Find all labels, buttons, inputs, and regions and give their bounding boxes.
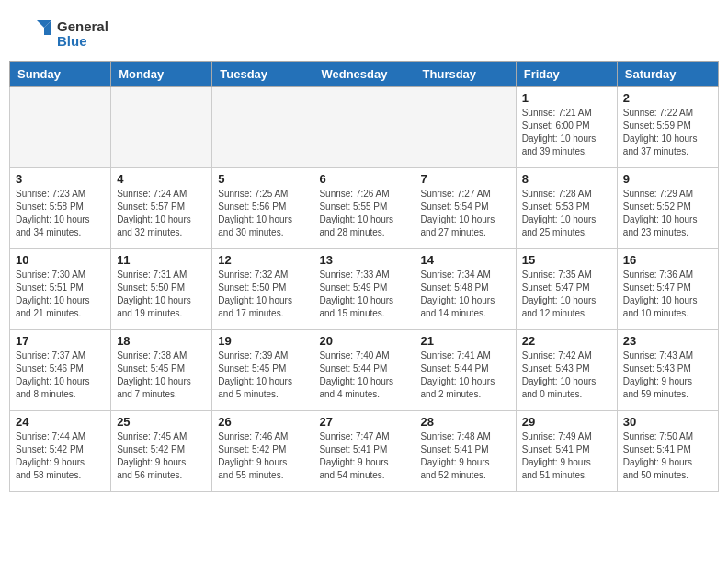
sunset-text: Sunset: 5:56 PM <box>218 201 307 213</box>
day-info: Sunrise: 7:42 AMSunset: 5:43 PMDaylight:… <box>522 350 611 401</box>
day-info: Sunrise: 7:44 AMSunset: 5:42 PMDaylight:… <box>16 431 105 482</box>
daylight-hours-text: Daylight: 10 hours <box>218 375 307 388</box>
daylight-hours-text: Daylight: 10 hours <box>218 294 307 307</box>
sunset-text: Sunset: 5:41 PM <box>319 443 408 456</box>
table-row: 27Sunrise: 7:47 AMSunset: 5:41 PMDayligh… <box>313 411 415 492</box>
daylight-minutes-text: and 23 minutes. <box>623 226 712 239</box>
sunrise-text: Sunrise: 7:21 AM <box>522 107 611 120</box>
daylight-minutes-text: and 4 minutes. <box>319 388 408 401</box>
daylight-hours-text: Daylight: 9 hours <box>319 456 408 469</box>
sunset-text: Sunset: 6:00 PM <box>522 120 611 132</box>
day-number: 16 <box>623 253 712 267</box>
daylight-hours-text: Daylight: 10 hours <box>421 294 510 307</box>
sunset-text: Sunset: 5:44 PM <box>421 362 510 375</box>
sunset-text: Sunset: 5:42 PM <box>117 443 206 456</box>
sunset-text: Sunset: 5:52 PM <box>623 201 712 213</box>
day-info: Sunrise: 7:37 AMSunset: 5:46 PMDaylight:… <box>16 350 105 401</box>
logo-blue-text: Blue <box>57 34 108 50</box>
daylight-minutes-text: and 8 minutes. <box>16 388 105 401</box>
header-friday: Friday <box>516 62 617 87</box>
day-number: 5 <box>218 172 307 186</box>
header-tuesday: Tuesday <box>212 62 313 87</box>
day-number: 19 <box>218 334 307 348</box>
logo: GeneralBlue <box>18 17 108 52</box>
day-info: Sunrise: 7:49 AMSunset: 5:41 PMDaylight:… <box>522 431 611 482</box>
sunset-text: Sunset: 5:49 PM <box>319 282 408 294</box>
sunrise-text: Sunrise: 7:24 AM <box>117 188 206 201</box>
sunset-text: Sunset: 5:46 PM <box>16 362 105 375</box>
daylight-hours-text: Daylight: 10 hours <box>522 213 611 226</box>
daylight-hours-text: Daylight: 9 hours <box>117 456 206 469</box>
day-info: Sunrise: 7:26 AMSunset: 5:55 PMDaylight:… <box>319 188 408 239</box>
sunrise-text: Sunrise: 7:25 AM <box>218 188 307 201</box>
daylight-minutes-text: and 14 minutes. <box>421 307 510 320</box>
day-number: 20 <box>319 334 408 348</box>
sunrise-text: Sunrise: 7:49 AM <box>522 431 611 443</box>
table-row: 13Sunrise: 7:33 AMSunset: 5:49 PMDayligh… <box>313 249 415 330</box>
day-number: 29 <box>522 415 611 429</box>
daylight-hours-text: Daylight: 10 hours <box>522 132 611 145</box>
sunset-text: Sunset: 5:42 PM <box>16 443 105 456</box>
daylight-hours-text: Daylight: 9 hours <box>16 456 105 469</box>
daylight-minutes-text: and 34 minutes. <box>16 226 105 239</box>
sunrise-text: Sunrise: 7:48 AM <box>421 431 510 443</box>
sunrise-text: Sunrise: 7:50 AM <box>623 431 712 443</box>
table-row: 15Sunrise: 7:35 AMSunset: 5:47 PMDayligh… <box>516 249 617 330</box>
table-row: 18Sunrise: 7:38 AMSunset: 5:45 PMDayligh… <box>111 330 212 411</box>
sunrise-text: Sunrise: 7:42 AM <box>522 350 611 362</box>
calendar-week-row: 17Sunrise: 7:37 AMSunset: 5:46 PMDayligh… <box>10 330 719 411</box>
daylight-hours-text: Daylight: 10 hours <box>522 294 611 307</box>
day-number: 8 <box>522 172 611 186</box>
day-number: 14 <box>421 253 510 267</box>
table-row: 16Sunrise: 7:36 AMSunset: 5:47 PMDayligh… <box>617 249 718 330</box>
sunrise-text: Sunrise: 7:38 AM <box>117 350 206 362</box>
table-row: 9Sunrise: 7:29 AMSunset: 5:52 PMDaylight… <box>617 168 718 249</box>
day-info: Sunrise: 7:38 AMSunset: 5:45 PMDaylight:… <box>117 350 206 401</box>
table-row: 25Sunrise: 7:45 AMSunset: 5:42 PMDayligh… <box>111 411 212 492</box>
table-row: 22Sunrise: 7:42 AMSunset: 5:43 PMDayligh… <box>516 330 617 411</box>
day-number: 10 <box>16 253 105 267</box>
header-sunday: Sunday <box>10 62 111 87</box>
sunset-text: Sunset: 5:50 PM <box>117 282 206 294</box>
day-number: 22 <box>522 334 611 348</box>
daylight-minutes-text: and 12 minutes. <box>522 307 611 320</box>
sunset-text: Sunset: 5:47 PM <box>522 282 611 294</box>
calendar-week-row: 10Sunrise: 7:30 AMSunset: 5:51 PMDayligh… <box>10 249 719 330</box>
sunset-text: Sunset: 5:41 PM <box>421 443 510 456</box>
table-row: 14Sunrise: 7:34 AMSunset: 5:48 PMDayligh… <box>415 249 516 330</box>
day-number: 26 <box>218 415 307 429</box>
sunrise-text: Sunrise: 7:37 AM <box>16 350 105 362</box>
daylight-minutes-text: and 50 minutes. <box>623 469 712 482</box>
logo-general-text: General <box>57 19 108 35</box>
sunset-text: Sunset: 5:45 PM <box>218 362 307 375</box>
sunrise-text: Sunrise: 7:29 AM <box>623 188 712 201</box>
table-row: 29Sunrise: 7:49 AMSunset: 5:41 PMDayligh… <box>516 411 617 492</box>
day-number: 11 <box>117 253 206 267</box>
sunrise-text: Sunrise: 7:46 AM <box>218 431 307 443</box>
sunset-text: Sunset: 5:58 PM <box>16 201 105 213</box>
day-info: Sunrise: 7:28 AMSunset: 5:53 PMDaylight:… <box>522 188 611 239</box>
sunrise-text: Sunrise: 7:35 AM <box>522 269 611 282</box>
day-number: 30 <box>623 415 712 429</box>
sunset-text: Sunset: 5:47 PM <box>623 282 712 294</box>
daylight-minutes-text: and 7 minutes. <box>117 388 206 401</box>
daylight-minutes-text: and 17 minutes. <box>218 307 307 320</box>
day-number: 25 <box>117 415 206 429</box>
calendar-table: Sunday Monday Tuesday Wednesday Thursday… <box>9 61 719 492</box>
day-info: Sunrise: 7:41 AMSunset: 5:44 PMDaylight:… <box>421 350 510 401</box>
table-row: 30Sunrise: 7:50 AMSunset: 5:41 PMDayligh… <box>617 411 718 492</box>
day-info: Sunrise: 7:48 AMSunset: 5:41 PMDaylight:… <box>421 431 510 482</box>
table-row <box>415 87 516 168</box>
table-row: 11Sunrise: 7:31 AMSunset: 5:50 PMDayligh… <box>111 249 212 330</box>
day-info: Sunrise: 7:31 AMSunset: 5:50 PMDaylight:… <box>117 269 206 320</box>
sunrise-text: Sunrise: 7:34 AM <box>421 269 510 282</box>
day-number: 13 <box>319 253 408 267</box>
daylight-hours-text: Daylight: 9 hours <box>218 456 307 469</box>
day-number: 24 <box>16 415 105 429</box>
day-info: Sunrise: 7:45 AMSunset: 5:42 PMDaylight:… <box>117 431 206 482</box>
daylight-hours-text: Daylight: 10 hours <box>623 294 712 307</box>
sunrise-text: Sunrise: 7:47 AM <box>319 431 408 443</box>
daylight-minutes-text: and 28 minutes. <box>319 226 408 239</box>
header-thursday: Thursday <box>415 62 516 87</box>
daylight-hours-text: Daylight: 9 hours <box>623 375 712 388</box>
